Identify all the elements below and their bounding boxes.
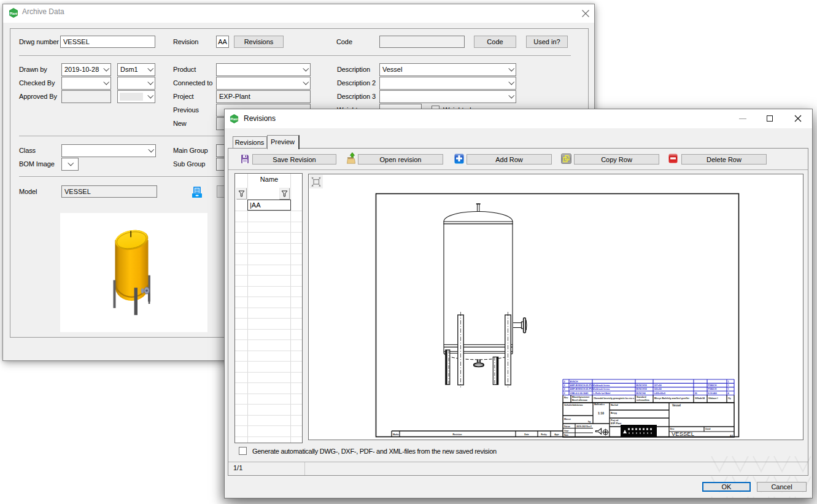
svg-text:Proj ed: Proj ed bbox=[611, 419, 618, 422]
svg-text:30: 30 bbox=[695, 392, 697, 395]
svg-text:Nazlod: Nazlod bbox=[611, 404, 618, 406]
svg-text:L430x50x5: L430x50x5 bbox=[654, 392, 666, 395]
svg-text:Blezye Bwfelelg anwGezl gvrefl: Blezye Bwfelelg anwGezl gvrefler bbox=[654, 397, 690, 400]
svg-text:Maßstab u: Maßstab u bbox=[594, 403, 605, 406]
svg-text:BVSCH18: BVSCH18 bbox=[637, 384, 647, 387]
svg-text:320x50: 320x50 bbox=[654, 388, 662, 390]
svg-text:VESSEL: VESSEL bbox=[672, 430, 694, 437]
svg-text:BVSCH18: BVSCH18 bbox=[637, 388, 647, 390]
svg-text:kg: kg bbox=[588, 421, 590, 423]
svg-text:EXP-Plant: EXP-Plant bbox=[611, 422, 622, 425]
svg-text:Vessel: Vessel bbox=[672, 404, 681, 407]
svg-text:Bezel allernaw: Bezel allernaw bbox=[572, 399, 587, 401]
svg-text:4: 4 bbox=[728, 392, 730, 395]
svg-text:Betyg: Betyg bbox=[611, 412, 617, 414]
svg-text:Standard: Standard bbox=[637, 396, 646, 398]
svg-text:2: 2 bbox=[564, 384, 565, 387]
svg-text:2: 2 bbox=[564, 381, 565, 383]
svg-text:Zuldrauk fermo: Zuldrauk fermo bbox=[594, 388, 611, 390]
svg-text:AMF-BVSSCH-05-PVS: AMF-BVSSCH-05-PVS bbox=[570, 388, 594, 390]
svg-text:Gepr: Gepr bbox=[564, 430, 569, 432]
svg-text:Revision: Revision bbox=[453, 433, 462, 436]
svg-text:Blautelgnummer: Blautelgnummer bbox=[572, 396, 590, 398]
svg-text:Rev: Rev bbox=[564, 397, 568, 399]
svg-text:327x50: 327x50 bbox=[654, 384, 662, 387]
svg-text:Date: Date bbox=[524, 433, 529, 436]
svg-text:Gehalteldalsbewo: Gehalteldalsbewo bbox=[564, 404, 583, 406]
svg-text:Datum: Datum bbox=[564, 425, 570, 428]
svg-text:P280CH: P280CH bbox=[708, 388, 717, 390]
svg-text:AMF-BVSSCH-05-PVS: AMF-BVSSCH-05-PVS bbox=[570, 384, 594, 387]
svg-text:2: 2 bbox=[564, 388, 565, 390]
svg-text:Obemdal besetzlg gewogtmin bu: Obemdal besetzlg gewogtmin bu zeu u bbox=[594, 397, 634, 400]
svg-text:Marks: Marks bbox=[393, 433, 399, 436]
svg-text:1: 1 bbox=[728, 388, 729, 390]
svg-text:Ulabaze I: Ulabaze I bbox=[708, 397, 718, 400]
svg-text:Used: Used bbox=[705, 428, 710, 430]
svg-text:BVSCH4: BVSCH4 bbox=[637, 392, 646, 395]
svg-text:Zuldrauk fermo: Zuldrauk fermo bbox=[594, 384, 611, 387]
svg-text:Revby: Revby bbox=[541, 433, 547, 436]
svg-text:Masse: Masse bbox=[564, 418, 571, 421]
svg-text:P280CH: P280CH bbox=[708, 384, 717, 387]
svg-text:2019-202 Dv=1: 2019-202 Dv=1 bbox=[576, 425, 592, 428]
svg-text:8.30.460: 8.30.460 bbox=[708, 392, 717, 395]
svg-text:Glllade34: Glllade34 bbox=[695, 397, 705, 400]
svg-text:USB-4-U-00-3045: USB-4-U-00-3045 bbox=[570, 392, 589, 395]
svg-text:Appr: Appr bbox=[554, 433, 559, 436]
svg-text:Plant: Plant bbox=[10, 12, 18, 15]
svg-text:1: 1 bbox=[728, 381, 729, 383]
svg-text:2: 2 bbox=[564, 392, 565, 395]
svg-text:4.0: 4.0 bbox=[730, 435, 733, 437]
svg-text:1: 1 bbox=[728, 384, 729, 387]
svg-text:Plant: Plant bbox=[231, 118, 238, 121]
svg-text:Nam: Nam bbox=[564, 434, 568, 436]
svg-text:L-Rolle bel Bdel: L-Rolle bel Bdel bbox=[594, 392, 611, 395]
svg-text:BVSCH: BVSCH bbox=[570, 381, 578, 383]
svg-text:enlistanlltea: enlistanlltea bbox=[637, 399, 650, 401]
svg-text:Oy: Oy bbox=[728, 397, 731, 400]
svg-text:1:10: 1:10 bbox=[598, 411, 604, 415]
